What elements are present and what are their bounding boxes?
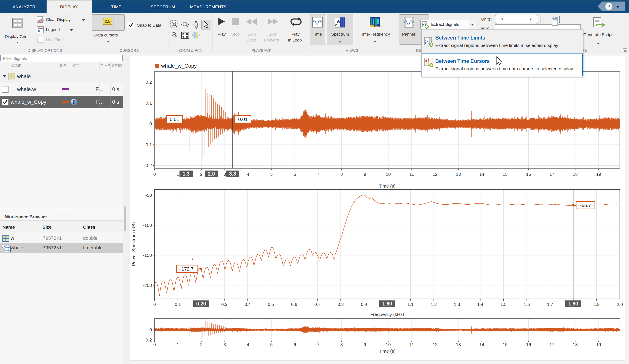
svg-text:-66.7: -66.7 [580, 203, 591, 208]
svg-text:2: 2 [200, 172, 202, 177]
svg-text:5: 5 [270, 172, 273, 177]
svg-text:0: 0 [153, 302, 156, 307]
svg-text:14: 14 [479, 342, 484, 347]
svg-text:-100: -100 [143, 223, 152, 228]
svg-text:17: 17 [549, 342, 554, 347]
svg-text:1.7: 1.7 [547, 302, 553, 307]
svg-text:0.01: 0.01 [170, 117, 179, 122]
svg-text:13: 13 [456, 172, 461, 177]
svg-text:3: 3 [223, 172, 226, 177]
svg-text:-0.2: -0.2 [144, 337, 152, 342]
svg-text:1.80: 1.80 [568, 301, 578, 307]
svg-text:1.60: 1.60 [382, 301, 392, 307]
svg-text:9: 9 [364, 342, 366, 347]
svg-text:4: 4 [247, 342, 249, 347]
svg-text:-0.2: -0.2 [144, 163, 152, 168]
svg-text:1.9: 1.9 [594, 302, 600, 307]
svg-text:17: 17 [549, 172, 554, 177]
svg-text:1: 1 [177, 342, 179, 347]
svg-text:1.1: 1.1 [407, 302, 413, 307]
svg-text:18: 18 [573, 172, 578, 177]
svg-text:2: 2 [200, 342, 202, 347]
svg-text:whale_w_Copy: whale_w_Copy [161, 63, 197, 69]
svg-text:7: 7 [317, 172, 319, 177]
svg-text:-172.7: -172.7 [180, 266, 193, 272]
svg-text:13: 13 [456, 342, 461, 347]
svg-text:6: 6 [294, 172, 296, 177]
svg-text:0.20: 0.20 [196, 301, 206, 307]
svg-text:16: 16 [526, 342, 531, 347]
svg-text:0.5: 0.5 [268, 302, 274, 307]
svg-text:0.1: 0.1 [146, 100, 152, 105]
svg-text:0: 0 [149, 121, 152, 126]
svg-text:-0.1: -0.1 [144, 142, 152, 147]
svg-text:4: 4 [247, 172, 249, 177]
svg-text:0.1: 0.1 [175, 302, 181, 307]
svg-text:12: 12 [433, 172, 438, 177]
svg-text:0.7: 0.7 [314, 302, 320, 307]
svg-text:2.0: 2.0 [617, 302, 623, 307]
svg-text:9: 9 [364, 172, 366, 177]
svg-text:1.2: 1.2 [431, 302, 437, 307]
svg-text:Frequency (kHz): Frequency (kHz) [370, 312, 404, 317]
svg-text:-150: -150 [143, 253, 152, 258]
svg-text:8: 8 [340, 172, 343, 177]
svg-text:10: 10 [386, 342, 391, 347]
svg-text:?: ? [607, 3, 611, 9]
svg-text:1.3: 1.3 [182, 171, 189, 177]
svg-text:0.4: 0.4 [245, 302, 251, 307]
svg-text:0: 0 [153, 172, 156, 177]
svg-text:15: 15 [503, 342, 507, 347]
svg-text:1.6: 1.6 [524, 302, 530, 307]
svg-text:3.3: 3.3 [229, 171, 236, 177]
svg-text:18: 18 [573, 342, 578, 347]
svg-text:-200: -200 [143, 283, 152, 288]
svg-text:1.5: 1.5 [500, 302, 506, 307]
svg-text:0.01: 0.01 [238, 117, 248, 122]
svg-text:2.5: 2.5 [105, 19, 111, 24]
svg-text:10: 10 [386, 172, 391, 177]
svg-text:1.4: 1.4 [477, 302, 483, 307]
svg-text:0.2: 0.2 [146, 80, 152, 85]
svg-text:0.6: 0.6 [291, 302, 297, 307]
svg-text:0.9: 0.9 [361, 302, 367, 307]
svg-text:Power Spectrum (dB): Power Spectrum (dB) [131, 222, 136, 266]
svg-text:0.3: 0.3 [221, 302, 227, 307]
svg-text:19: 19 [596, 342, 601, 347]
svg-text:0: 0 [149, 327, 152, 332]
svg-text:12: 12 [433, 342, 438, 347]
svg-text:5: 5 [270, 342, 273, 347]
svg-text:3: 3 [223, 342, 226, 347]
svg-text:11: 11 [410, 342, 414, 347]
svg-text:-50: -50 [145, 192, 152, 198]
svg-text:6: 6 [294, 342, 296, 347]
svg-text:7: 7 [317, 342, 319, 347]
svg-text:15: 15 [503, 172, 507, 177]
svg-text:19: 19 [596, 172, 601, 177]
svg-text:2.0: 2.0 [208, 171, 215, 177]
svg-text:1: 1 [177, 172, 179, 177]
svg-text:0.8: 0.8 [337, 302, 344, 307]
svg-text:Time (s): Time (s) [379, 349, 396, 354]
svg-text:8: 8 [340, 342, 343, 347]
svg-text:14: 14 [479, 172, 484, 177]
svg-text:1.3: 1.3 [454, 302, 460, 307]
svg-text:0: 0 [153, 342, 156, 347]
svg-text:Time (s): Time (s) [379, 183, 396, 188]
svg-text:16: 16 [526, 172, 531, 177]
svg-text:11: 11 [410, 172, 414, 177]
